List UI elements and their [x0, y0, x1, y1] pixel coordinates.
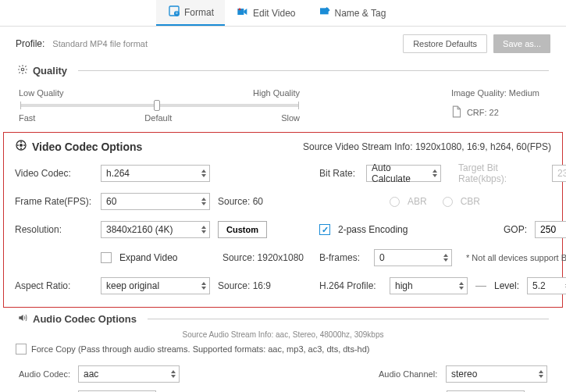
restore-defaults-button[interactable]: Restore Defaults — [403, 34, 487, 53]
gear-icon — [17, 64, 28, 77]
expand-video-label: Expand Video — [119, 252, 178, 263]
cbr-radio[interactable] — [443, 197, 453, 207]
profile-label: Profile: — [16, 38, 44, 49]
cbr-label: CBR — [461, 196, 480, 207]
custom-resolution-button[interactable]: Custom — [218, 221, 267, 238]
profile-value: Standard MP4 file format — [52, 39, 148, 48]
tab-edit-video[interactable]: Edit Video — [225, 0, 307, 26]
force-copy-label: Force Copy (Pass through audio streams. … — [31, 344, 369, 354]
video-codec-label: Video Codec: — [15, 168, 93, 179]
video-codec-select[interactable]: h.264 — [101, 165, 210, 182]
resolution-source: Source: 1920x1080 — [222, 252, 304, 263]
svg-point-9 — [17, 144, 19, 146]
bframes-note: * Not all devices support B — [466, 253, 566, 262]
aspect-ratio-select[interactable]: keep original — [101, 277, 210, 294]
tab-format[interactable]: Format — [156, 0, 225, 26]
quality-title: Quality — [33, 65, 67, 77]
svg-rect-2 — [176, 12, 178, 12]
twopass-checkbox[interactable]: ✓ — [319, 224, 330, 235]
video-source-info: Source Video Stream Info: 1920x1080, 16:… — [303, 141, 551, 152]
gop-label: GOP: — [504, 224, 527, 235]
svg-point-6 — [21, 68, 24, 71]
default-label: Default — [144, 113, 172, 123]
twopass-label: 2-pass Encoding — [338, 224, 408, 235]
svg-point-12 — [20, 148, 22, 149]
quality-header: Quality — [0, 61, 566, 80]
audio-channel-label: Audio Channel: — [379, 369, 441, 379]
gop-input[interactable] — [535, 221, 566, 238]
slider-thumb[interactable] — [154, 100, 160, 111]
audio-channel-select[interactable]: stereo — [446, 365, 547, 383]
slow-label: Slow — [281, 113, 300, 123]
image-quality-label: Image Quality: Medium — [451, 88, 539, 98]
resolution-label: Resolution: — [15, 224, 93, 235]
target-bitrate-label: Target Bit Rate(kbps): — [458, 162, 544, 184]
level-label: Level: — [494, 280, 519, 291]
h264-profile-select[interactable]: high — [390, 277, 468, 294]
svg-rect-3 — [176, 13, 178, 14]
file-icon — [451, 105, 462, 119]
fps-label: Frame Rate(FPS): — [15, 196, 93, 207]
fps-source: Source: 60 — [218, 196, 263, 207]
expand-video-checkbox[interactable] — [101, 252, 112, 263]
audio-codec-label: Audio Codec: — [19, 369, 73, 379]
audio-codec-title: Audio Codec Options — [33, 313, 137, 325]
low-quality-label: Low Quality — [19, 88, 63, 98]
crf-label: CRF: 22 — [467, 108, 499, 117]
video-codec-title: Video Codec Options — [32, 141, 142, 153]
name-tag-icon — [318, 5, 332, 20]
abr-radio[interactable] — [390, 197, 400, 207]
fps-select[interactable]: 60 — [101, 193, 210, 210]
save-as-button[interactable]: Save as... — [493, 34, 550, 53]
fast-label: Fast — [19, 113, 35, 123]
audio-header: Audio Codec Options — [0, 311, 566, 329]
svg-point-8 — [20, 144, 23, 147]
svg-point-11 — [20, 141, 22, 143]
high-quality-label: High Quality — [253, 88, 300, 98]
force-copy-checkbox[interactable] — [16, 344, 27, 355]
h264-profile-label: H.264 Profile: — [319, 280, 382, 291]
video-codec-icon — [15, 139, 27, 154]
format-icon — [167, 5, 181, 20]
speaker-icon — [17, 312, 28, 326]
edit-video-icon — [236, 5, 250, 20]
audio-source-info: Source Audio Stream Info: aac, Stereo, 4… — [0, 329, 566, 340]
bframes-label: B-frames: — [319, 252, 366, 263]
level-select[interactable]: 5.2 — [527, 277, 566, 294]
svg-point-10 — [23, 144, 25, 146]
quality-slider[interactable] — [20, 104, 298, 107]
aspect-ratio-label: Aspect Ratio: — [15, 280, 93, 291]
tab-edit-label: Edit Video — [253, 8, 296, 19]
resolution-select[interactable]: 3840x2160 (4K) — [101, 221, 210, 238]
bitrate-select[interactable]: Auto Calculate — [366, 165, 441, 182]
bitrate-label: Bit Rate: — [319, 168, 358, 179]
abr-label: ABR — [408, 196, 427, 207]
bframes-select[interactable]: 0 — [374, 249, 452, 266]
aspect-source: Source: 16:9 — [218, 280, 271, 291]
tab-format-label: Format — [184, 7, 214, 18]
audio-codec-select[interactable]: aac — [78, 365, 180, 383]
tab-name-tag[interactable]: Name & Tag — [307, 0, 397, 26]
tab-name-label: Name & Tag — [335, 8, 386, 19]
target-bitrate-input[interactable] — [552, 165, 566, 182]
